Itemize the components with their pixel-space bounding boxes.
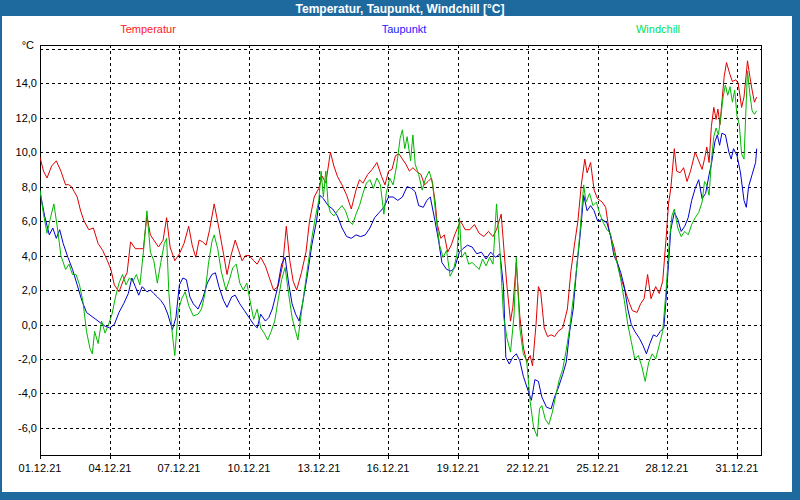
series-windchill-line xyxy=(40,71,757,436)
series-taupunkt-line xyxy=(40,133,757,409)
x-tick-label: 19.12.21 xyxy=(430,462,486,475)
y-tick-label: -4,0 xyxy=(2,387,37,400)
y-tick-label: -6,0 xyxy=(2,422,37,435)
window-titlebar: Temperatur, Taupunkt, Windchill [°C] xyxy=(0,0,800,16)
y-tick-label: 14,0 xyxy=(2,77,37,90)
x-tick-label: 22.12.21 xyxy=(500,462,556,475)
y-tick-label: 12,0 xyxy=(2,112,37,125)
y-tick-label: 8,0 xyxy=(2,181,37,194)
x-tick-label: 07.12.21 xyxy=(151,462,207,475)
y-tick-label: -2,0 xyxy=(2,353,37,366)
y-tick-label: 6,0 xyxy=(2,215,37,228)
chart-panel: Temperatur Taupunkt Windchill °C 14,012,… xyxy=(2,16,792,492)
x-tick-label: 13.12.21 xyxy=(291,462,347,475)
window-frame: Temperatur, Taupunkt, Windchill [°C] Tem… xyxy=(0,0,800,500)
x-tick-label: 25.12.21 xyxy=(570,462,626,475)
y-tick-label: 2,0 xyxy=(2,284,37,297)
x-tick-label: 16.12.21 xyxy=(360,462,416,475)
y-tick-label: 10,0 xyxy=(2,146,37,159)
y-tick-label: 4,0 xyxy=(2,250,37,263)
x-tick-label: 31.12.21 xyxy=(709,462,765,475)
x-tick-label: 28.12.21 xyxy=(639,462,695,475)
y-tick-label: 0,0 xyxy=(2,319,37,332)
window-title: Temperatur, Taupunkt, Windchill [°C] xyxy=(296,2,505,16)
x-tick-label: 01.12.21 xyxy=(12,462,68,475)
x-tick-label: 04.12.21 xyxy=(82,462,138,475)
chart-plot xyxy=(2,16,792,492)
x-tick-label: 10.12.21 xyxy=(221,462,277,475)
